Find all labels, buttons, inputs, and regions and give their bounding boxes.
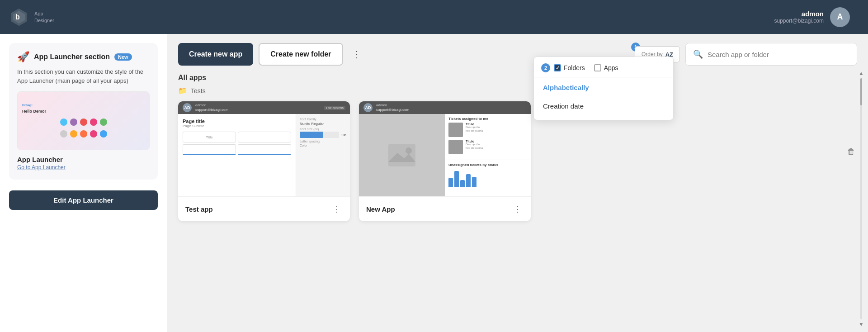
edit-app-launcher-button[interactable]: Edit App Launcher — [9, 190, 158, 210]
apps-grid: AD admon support@bizagi.com Title contro… — [178, 101, 857, 221]
ticket-thumb-1 — [448, 123, 463, 137]
apps-checkbox[interactable] — [594, 64, 601, 71]
folder-row: 📁 Tests — [178, 86, 857, 95]
delete-icon-container: 🗑 — [847, 147, 855, 157]
new-app-content: Tickets assigned to me Título Descripció… — [359, 114, 531, 196]
card-field-row-1: Title — [183, 132, 291, 142]
card-user-name: admon — [195, 103, 228, 108]
new-app-image-area — [359, 114, 445, 196]
preview-hello-label: Hello Demo! — [22, 109, 46, 114]
test-app-menu-button[interactable]: ⋮ — [331, 202, 343, 216]
ticket1-desc: Descripciónfoto de página — [466, 126, 483, 133]
scroll-up-button[interactable]: ▲ — [859, 70, 864, 76]
preview-icon-3 — [80, 119, 87, 126]
ticket-item-1: Título Descripciónfoto de página — [448, 123, 527, 137]
sidebar: 🚀 App Launcher section New In this secti… — [0, 34, 167, 332]
launcher-title: App Launcher — [17, 156, 150, 163]
chart-bars — [448, 169, 527, 187]
card-field-empty1 — [238, 132, 291, 142]
tickets-title: Tickets assigned to me — [448, 117, 527, 121]
card-header-actions: Title controls — [232, 106, 345, 110]
delete-icon[interactable]: 🗑 — [847, 147, 855, 156]
bizagi-logo-icon: b — [9, 7, 29, 27]
user-email: support@bizagi.com — [774, 18, 824, 24]
scroll-down-button[interactable]: ▼ — [859, 321, 864, 327]
sort-creation-date-option[interactable]: Creation date — [534, 97, 673, 115]
preview-icon-7 — [70, 130, 77, 138]
new-app-menu-button[interactable]: ⋮ — [512, 202, 524, 216]
new-app-header-bar: AD admon support@bizagi.com — [359, 101, 531, 114]
card-right-panel: Font Family Nunito Regular Font size (px… — [296, 114, 350, 196]
filter-apps[interactable]: Apps — [594, 64, 618, 71]
user-info-container: admon support@bizagi.com A — [774, 7, 850, 27]
prop-font-size-label: Font size (px) — [300, 128, 346, 131]
new-app-avatar: AD — [363, 103, 373, 112]
preview-icon-9 — [90, 130, 97, 138]
sort-alphabetically-option[interactable]: Alphabetically — [534, 78, 673, 97]
avatar[interactable]: A — [830, 7, 850, 27]
preview-icon-2 — [70, 119, 77, 126]
search-input[interactable] — [708, 51, 849, 58]
search-bar: 🔍 — [685, 43, 857, 66]
ticket-thumb-2 — [448, 140, 463, 154]
ticket2-desc: Descripciónfoto de página — [466, 143, 483, 150]
content-area: Create new app Create new folder ⋮ 1 Ord… — [167, 34, 868, 332]
ticket-text-1: Título Descripciónfoto de página — [466, 123, 483, 133]
create-new-folder-button[interactable]: Create new folder — [259, 43, 343, 66]
preview-icon-1 — [60, 119, 67, 126]
preview-icons-row1 — [60, 119, 107, 126]
card-avatar: AD — [183, 103, 192, 112]
checkbox-check-icon: ✓ — [556, 65, 560, 71]
prop-font-family-value: Nunito Regular — [300, 122, 346, 126]
app-card-test-app: AD admon support@bizagi.com Title contro… — [178, 101, 350, 221]
card-field-labeled2 — [238, 144, 291, 155]
rocket-icon: 🚀 — [17, 51, 29, 63]
filter-folders[interactable]: ✓ Folders — [554, 64, 585, 71]
search-icon: 🔍 — [693, 49, 703, 59]
app-card-name-new-app: New App — [366, 205, 395, 213]
svg-text:b: b — [15, 13, 20, 21]
section-desc: In this section you can customize the st… — [17, 67, 150, 85]
card-field-title: Title — [183, 132, 236, 142]
app-card-preview-test-app: AD admon support@bizagi.com Title contro… — [178, 101, 350, 196]
step2-badge: 2 — [541, 63, 550, 72]
new-app-user-name: admon — [376, 103, 409, 108]
image-placeholder-icon — [388, 144, 415, 166]
launcher-preview: bizagi Hello Demo! — [17, 91, 150, 150]
go-to-launcher-link[interactable]: Go to App Launcher — [17, 164, 150, 171]
card-page-title: Page title — [183, 119, 291, 124]
ticket2-title: Título — [466, 140, 483, 143]
more-options-button[interactable]: ⋮ — [349, 45, 365, 63]
app-launcher-section: 🚀 App Launcher section New In this secti… — [9, 43, 158, 180]
tickets-section: Tickets assigned to me Título Descripció… — [445, 114, 531, 160]
toolbar: Create new app Create new folder ⋮ 1 Ord… — [178, 43, 857, 66]
font-size-value: 106 — [341, 133, 346, 137]
chart-bar-5 — [472, 177, 476, 187]
chart-bar-1 — [448, 178, 453, 187]
logo-container[interactable]: b App Designer — [9, 7, 54, 27]
section-title: All apps — [178, 74, 857, 82]
card-field-labeled1 — [183, 144, 236, 155]
card-field-row-2 — [183, 144, 291, 155]
section-header: 🚀 App Launcher section New — [17, 51, 150, 63]
dropdown-badge-row: 2 ✓ Folders Apps — [534, 62, 673, 76]
folder-name: Tests — [191, 87, 206, 95]
card-page-subtitle: Page Subtitle — [183, 124, 291, 128]
ticket1-title: Título — [466, 123, 483, 126]
scroll-thumb[interactable] — [860, 78, 862, 105]
header: b App Designer admon support@bizagi.com … — [0, 0, 868, 34]
svg-point-5 — [406, 147, 412, 154]
chart-bar-4 — [466, 174, 471, 187]
prop-font-family-label: Font Family — [300, 118, 346, 121]
new-badge: New — [114, 53, 132, 61]
folders-checkbox[interactable]: ✓ — [554, 64, 561, 71]
font-size-slider-track — [300, 132, 339, 138]
dropdown-menu: 2 ✓ Folders Apps Alphabetically Cre — [533, 57, 674, 120]
user-name: admon — [774, 10, 824, 18]
new-app-right-panel: Tickets assigned to me Título Descripció… — [445, 114, 531, 196]
ticket-text-2: Título Descripciónfoto de página — [466, 140, 483, 150]
create-new-app-button[interactable]: Create new app — [178, 43, 253, 66]
preview-inner: bizagi Hello Demo! — [18, 92, 149, 150]
app-card-preview-new-app: AD admon support@bizagi.com — [359, 101, 531, 196]
apps-label: Apps — [604, 64, 618, 71]
